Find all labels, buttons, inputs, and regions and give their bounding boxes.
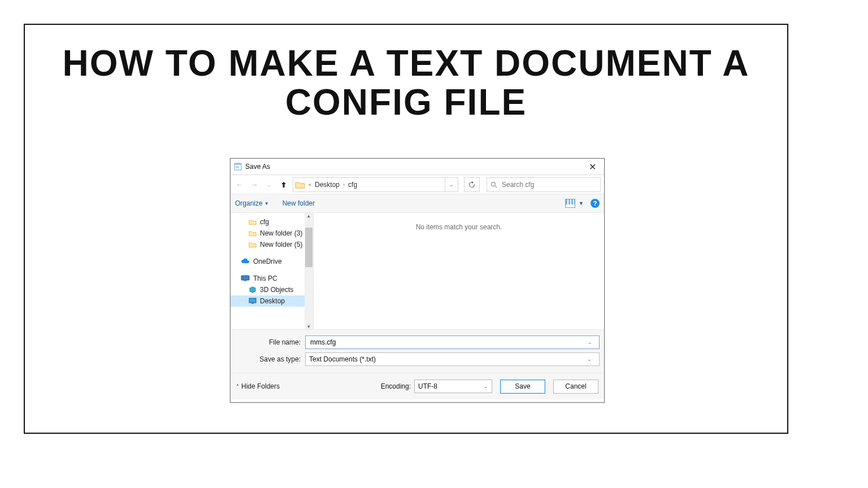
cloud-icon (241, 258, 250, 265)
forward-button[interactable]: → (249, 179, 260, 190)
desktop-icon (249, 298, 257, 304)
dialog-footer: ˄ Hide Folders Encoding: UTF-8 ⌄ Save Ca… (231, 373, 604, 399)
tree-item-3dobjects[interactable]: 3D Objects (231, 284, 313, 295)
cancel-button[interactable]: Cancel (553, 380, 598, 394)
cube-icon (249, 286, 257, 293)
scroll-down-icon[interactable]: ▾ (307, 324, 310, 329)
chevron-down-icon: ▼ (579, 201, 584, 206)
organize-menu[interactable]: Organize ▼ (235, 199, 269, 207)
tree-item-newfolder5[interactable]: New folder (5) (231, 239, 313, 250)
document-frame: HOW TO MAKE A TEXT DOCUMENT A CONFIG FIL… (24, 24, 788, 434)
organize-label: Organize (235, 199, 263, 207)
svg-point-4 (492, 182, 496, 186)
empty-message: No items match your search. (416, 223, 502, 231)
field-section: File name: ⌄ Save as type: Text Document… (231, 329, 604, 373)
new-folder-button[interactable]: New folder (283, 199, 315, 207)
filename-field[interactable]: ⌄ (305, 336, 600, 349)
help-button[interactable]: ? (591, 199, 600, 208)
save-as-dialog: Save As ✕ ← → ⌄ « Desktop › cfg ⌄ (230, 158, 605, 403)
filetype-label: Save as type: (235, 355, 305, 363)
search-box[interactable] (487, 177, 601, 192)
tree-item-thispc[interactable]: This PC (231, 273, 313, 284)
breadcrumb-back-icon: « (309, 182, 311, 188)
hide-folders-button[interactable]: ˄ Hide Folders (236, 382, 280, 390)
back-button[interactable]: ← (234, 179, 245, 190)
tree-item-desktop[interactable]: Desktop (231, 295, 313, 307)
encoding-value: UTF-8 (418, 382, 437, 390)
tree-item-onedrive[interactable]: OneDrive (231, 256, 313, 267)
chevron-up-icon: ˄ (236, 384, 239, 390)
scroll-thumb[interactable] (305, 228, 313, 267)
save-button[interactable]: Save (500, 380, 545, 394)
page-title: HOW TO MAKE A TEXT DOCUMENT A CONFIG FIL… (25, 25, 787, 128)
close-button[interactable]: ✕ (584, 162, 601, 172)
address-bar[interactable]: « Desktop › cfg ⌄ (293, 177, 458, 192)
filetype-drop-icon: ⌄ (583, 356, 596, 362)
chevron-down-icon: ⌄ (484, 384, 488, 389)
filename-drop[interactable]: ⌄ (584, 339, 596, 345)
svg-rect-8 (249, 298, 256, 303)
monitor-icon (241, 275, 250, 282)
svg-line-5 (495, 186, 497, 188)
encoding-select[interactable]: UTF-8 ⌄ (414, 380, 492, 393)
filetype-value: Text Documents (*.txt) (309, 355, 583, 363)
encoding-label: Encoding: (381, 382, 411, 390)
dialog-title: Save As (245, 163, 584, 171)
refresh-button[interactable] (464, 177, 480, 192)
scroll-up-icon[interactable]: ▴ (307, 213, 310, 219)
titlebar: Save As ✕ (231, 159, 604, 175)
breadcrumb-cfg[interactable]: cfg (348, 181, 357, 189)
nav-row: ← → ⌄ « Desktop › cfg ⌄ (231, 175, 604, 194)
view-options-button[interactable]: ▼ (565, 199, 584, 208)
search-icon (487, 181, 501, 188)
up-button[interactable] (278, 179, 289, 190)
search-input[interactable] (501, 180, 599, 189)
dialog-toolbar: Organize ▼ New folder ▼ ? (231, 194, 604, 213)
dialog-body: cfg New folder (3) New folder (5) OneDri… (231, 213, 604, 329)
tree-item-newfolder3[interactable]: New folder (3) (231, 228, 313, 239)
breadcrumb-desktop[interactable]: Desktop (315, 181, 340, 189)
file-list: No items match your search. (314, 213, 604, 329)
svg-rect-7 (244, 280, 246, 281)
tree-item-cfg[interactable]: cfg (231, 216, 313, 228)
folder-tree[interactable]: cfg New folder (3) New folder (5) OneDri… (231, 213, 314, 329)
notepad-icon (234, 163, 242, 171)
tree-scrollbar[interactable]: ▴ ▾ (305, 213, 313, 329)
svg-rect-9 (251, 303, 254, 304)
recent-drop[interactable]: ⌄ (263, 179, 275, 190)
filename-label: File name: (235, 338, 305, 346)
view-icon (565, 199, 575, 208)
svg-rect-1 (235, 163, 241, 165)
address-drop[interactable]: ⌄ (445, 178, 458, 191)
svg-rect-6 (241, 276, 249, 280)
folder-icon (295, 181, 305, 189)
filename-input[interactable] (309, 338, 584, 347)
filetype-select[interactable]: Text Documents (*.txt) ⌄ (305, 352, 600, 366)
chevron-down-icon: ▼ (264, 201, 269, 206)
chevron-right-icon: › (343, 182, 345, 188)
